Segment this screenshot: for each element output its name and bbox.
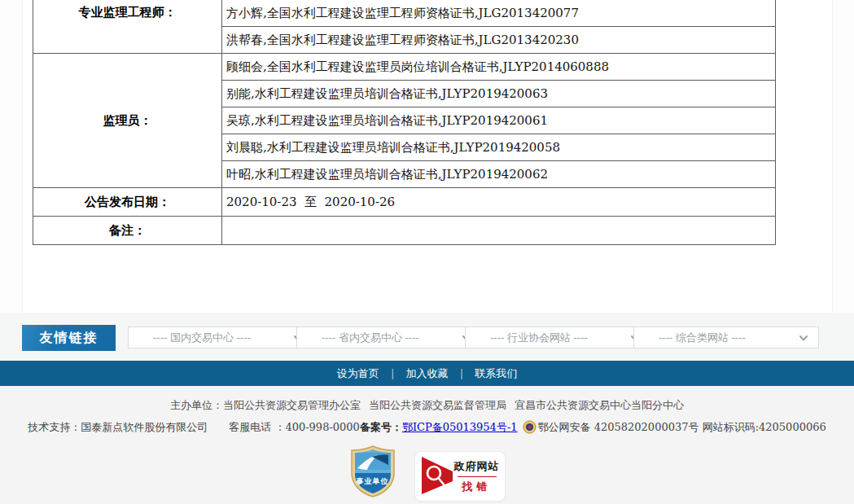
find-error-label: 找错 (454, 480, 500, 494)
cert-cell: 别能,水利工程建设监理员培训合格证书,JLYP2019420063 (222, 81, 776, 107)
row-label-remarks: 备注： (33, 217, 222, 245)
organizer-label: 主办单位： (170, 399, 223, 411)
tech-support-label: 技术支持： (28, 421, 81, 433)
nav-separator: ｜ (457, 367, 467, 379)
icp-label: 备案号： (360, 421, 402, 433)
publish-date-cell: 2020-10-23 至 2020-10-26 (222, 188, 776, 217)
chevron-down-icon (799, 333, 808, 343)
footer-nav-bar: 设为首页｜加入收藏｜联系我们 (0, 361, 854, 386)
public-institution-badge-label: 事业单位 (349, 476, 396, 487)
shield-icon (349, 445, 396, 497)
icp-license-link[interactable]: 鄂ICP备05013954号-1 (402, 421, 518, 433)
dropdown-label: ---- 省内交易中心 ---- (322, 331, 419, 344)
service-phone-number: 400-998-0000 (285, 421, 360, 433)
cert-cell: 洪帮春,全国水利工程建设监理工程师资格证书,JLG2013420230 (222, 27, 776, 54)
tech-support-name: 国泰新点软件股份有限公司 (81, 421, 208, 433)
support-line: 技术支持：国泰新点软件股份有限公司客服电话 ：400-998-0000备案号：鄂… (0, 420, 854, 436)
announcement-table: 专业监理工程师： 方小辉,全国水利工程建设监理工程师资格证书,JLG201342… (33, 0, 776, 245)
find-error-text-block: 政府网站 找错 (454, 459, 505, 494)
footer-badges: 事业单位 政府网站 找错 (0, 445, 854, 502)
police-record-text: 鄂公网安备 42058202000037号 (538, 421, 699, 433)
site-code-text: 网站标识码:4205000066 (703, 421, 826, 433)
cert-cell: 刘晨聪,水利工程建设监理员培训合格证书,JLYP2019420058 (222, 134, 776, 161)
remarks-cell (222, 217, 776, 245)
row-label-supervision-staff: 监理员： (33, 54, 222, 188)
cert-cell: 叶昭,水利工程建设监理员培训合格证书,JLYP2019420062 (222, 161, 776, 188)
row-label-publish-date: 公告发布日期： (33, 188, 222, 217)
police-badge-icon (523, 420, 536, 436)
organizer-name: 当阳公共资源交易监督管理局 (369, 399, 506, 411)
table-row: 专业监理工程师： 方小辉,全国水利工程建设监理工程师资格证书,JLG201342… (33, 0, 776, 27)
table-row: 公告发布日期： 2020-10-23 至 2020-10-26 (33, 188, 776, 217)
table-row: 备注： (33, 217, 776, 245)
magnifier-flag-icon (420, 454, 454, 499)
dropdown-industry-association-sites[interactable]: ---- 行业协会网站 ---- (465, 327, 650, 348)
cert-cell: 方小辉,全国水利工程建设监理工程师资格证书,JLG2013420077 (222, 0, 776, 27)
dropdown-comprehensive-sites[interactable]: ---- 综合类网站 ---- (633, 327, 819, 348)
friend-links-title: 友情链接 (22, 325, 116, 351)
public-institution-badge[interactable]: 事业单位 (349, 445, 396, 497)
content-area: 专业监理工程师： 方小辉,全国水利工程建设监理工程师资格证书,JLG201342… (0, 0, 854, 313)
dropdown-label: ---- 行业协会网站 ---- (490, 331, 588, 344)
divider (458, 476, 497, 477)
add-favorite-link[interactable]: 加入收藏 (406, 367, 449, 379)
friend-links-strip: 友情链接 ---- 国内交易中心 ---- ---- 省内交易中心 ---- -… (0, 313, 854, 361)
dropdown-domestic-trading-centers[interactable]: ---- 国内交易中心 ---- (128, 327, 313, 348)
dropdown-label: ---- 国内交易中心 ---- (153, 331, 251, 344)
set-homepage-link[interactable]: 设为首页 (337, 367, 379, 379)
gov-site-label: 政府网站 (454, 459, 500, 474)
service-phone-label: 客服电话 ： (229, 421, 285, 433)
site-footer: 主办单位：当阳公共资源交易管理办公室当阳公共资源交易监督管理局宜昌市公共资源交易… (0, 386, 854, 504)
organizer-name: 宜昌市公共资源交易中心当阳分中心 (515, 399, 684, 411)
dropdown-label: ---- 综合类网站 ---- (659, 331, 746, 344)
row-label-professional-supervision-engineer: 专业监理工程师： (33, 0, 222, 54)
organizer-line: 主办单位：当阳公共资源交易管理办公室当阳公共资源交易监督管理局宜昌市公共资源交易… (0, 386, 854, 413)
contact-us-link[interactable]: 联系我们 (475, 367, 517, 379)
dropdown-province-trading-centers[interactable]: ---- 省内交易中心 ---- (296, 327, 482, 348)
table-row: 监理员： 顾细会,全国水利工程建设监理员岗位培训合格证书,JLYP2014060… (33, 54, 776, 81)
gov-site-find-error-badge[interactable]: 政府网站 找错 (414, 451, 506, 502)
cert-cell: 吴琼,水利工程建设监理员培训合格证书,JLYP2019420061 (222, 107, 776, 134)
nav-separator: ｜ (388, 367, 398, 379)
cert-cell: 顾细会,全国水利工程建设监理员岗位培训合格证书,JLYP2014060888 (222, 54, 776, 81)
organizer-name: 当阳公共资源交易管理办公室 (223, 399, 361, 411)
